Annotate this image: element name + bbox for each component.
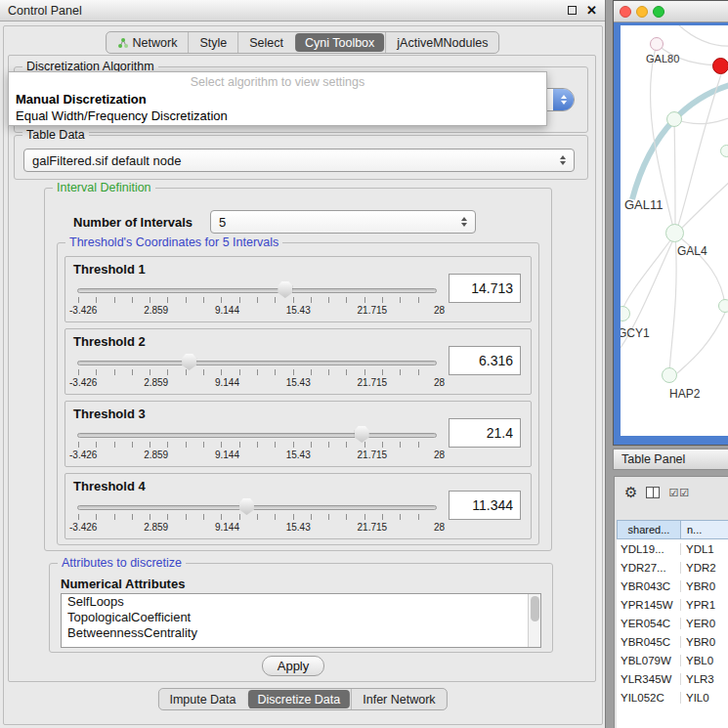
num-intervals-label: Number of Intervals: [73, 215, 193, 230]
columns-icon[interactable]: [646, 487, 660, 498]
slider-thumb[interactable]: [182, 354, 196, 370]
list-scrollbar[interactable]: [528, 594, 540, 647]
desktop: Control Panel ✕ Network Style Select Cyn: [0, 0, 728, 728]
threshold-3-value-field[interactable]: [449, 418, 521, 448]
scale-label: -3.426: [69, 522, 97, 533]
slider-track[interactable]: [77, 361, 437, 365]
column-header[interactable]: n...: [681, 520, 728, 539]
network-icon: [117, 37, 129, 49]
table-row[interactable]: YPR145WYPR1: [617, 595, 728, 614]
table-row[interactable]: YDL19...YDL1: [617, 539, 728, 558]
window-title: Control Panel: [8, 4, 82, 18]
table-row[interactable]: YER054CYER0: [617, 614, 728, 632]
zoom-traffic-light-icon[interactable]: [653, 6, 664, 18]
table-row[interactable]: YIL052CYIL0: [617, 688, 728, 707]
threshold-2-value-field[interactable]: [449, 346, 521, 375]
slider-thumb[interactable]: [278, 281, 292, 298]
scale-label: -3.426: [69, 450, 97, 460]
network-node[interactable]: [650, 37, 664, 51]
table-row[interactable]: YDR27...YDR2: [617, 558, 728, 577]
table-cell: YER054C: [617, 618, 681, 629]
gear-icon[interactable]: ⚙: [624, 484, 637, 501]
popup-option-manual-discretization[interactable]: Manual Discretization: [16, 92, 147, 107]
combo-stepper-icon[interactable]: [556, 150, 570, 171]
close-icon[interactable]: ✕: [586, 3, 597, 18]
table-cell: YBR0: [681, 580, 728, 592]
network-window-titlebar: [614, 1, 728, 22]
slider-track[interactable]: [77, 505, 437, 510]
network-node[interactable]: [662, 367, 677, 383]
slider-scale: -3.426 2.859 9.144 15.43 21.715 28: [69, 450, 445, 460]
threshold-3-slider[interactable]: -3.426 2.859 9.144 15.43 21.715 28: [77, 425, 437, 466]
num-intervals-combo[interactable]: 5: [210, 210, 476, 234]
float-window-icon[interactable]: [568, 6, 577, 15]
scale-label: -3.426: [69, 377, 97, 388]
scale-label: 28: [434, 450, 445, 460]
list-item[interactable]: BetweennessCentrality: [62, 625, 540, 641]
tab-cyni-toolbox[interactable]: Cyni Toolbox: [295, 33, 384, 52]
network-node[interactable]: [718, 299, 728, 313]
tab-impute-data[interactable]: Impute Data: [158, 689, 246, 709]
list-item[interactable]: TopologicalCoefficient: [62, 610, 540, 625]
threshold-2-slider[interactable]: -3.426 2.859 9.144 15.43 21.715 28: [77, 353, 437, 394]
table-cell: YBR045C: [617, 636, 681, 648]
minimize-traffic-light-icon[interactable]: [636, 6, 648, 18]
table-row[interactable]: YBL079WYBL0: [617, 651, 728, 669]
network-node-selected[interactable]: [712, 58, 728, 74]
table-cell: YDL19...: [617, 543, 681, 555]
tab-style[interactable]: Style: [188, 32, 237, 53]
combo-stepper-icon[interactable]: [553, 89, 574, 110]
scale-label: 9.144: [215, 522, 239, 533]
table-cell: YIL0: [681, 692, 728, 704]
threshold-4-slider[interactable]: -3.426 2.859 9.144 15.43 21.715 28: [77, 497, 437, 538]
table-cell: YLR3: [681, 673, 728, 685]
slider-track[interactable]: [77, 288, 437, 293]
combo-stepper-icon[interactable]: [457, 211, 471, 233]
table-data-combo[interactable]: galFiltered.sif default node: [23, 149, 575, 172]
network-node[interactable]: [666, 111, 682, 127]
apply-button[interactable]: Apply: [262, 656, 324, 676]
table-panel-title: Table Panel: [621, 452, 685, 466]
scrollbar-thumb[interactable]: [531, 596, 539, 621]
table-cell: YER0: [681, 618, 728, 629]
table-row[interactable]: YLR345WYLR3: [617, 669, 728, 688]
threshold-1-slider[interactable]: -3.426 2.859 9.144 15.43 21.715 28: [77, 280, 437, 321]
scale-label: 2.859: [144, 450, 168, 460]
close-traffic-light-icon[interactable]: [620, 6, 631, 18]
slider-scale: -3.426 2.859 9.144 15.43 21.715 28: [69, 305, 445, 316]
table-cell: YDR27...: [617, 562, 681, 574]
control-panel-titlebar: Control Panel ✕: [0, 0, 605, 21]
slider-thumb[interactable]: [355, 426, 369, 443]
scale-label: 9.144: [215, 450, 239, 460]
network-node[interactable]: [720, 145, 728, 157]
list-item[interactable]: SelfLoops: [62, 594, 540, 610]
group-title: Interval Definition: [53, 181, 155, 194]
threshold-1-value-field[interactable]: [449, 274, 521, 303]
tab-jactivemnodules[interactable]: jActiveMNodules: [385, 32, 498, 53]
column-header[interactable]: shared...: [617, 520, 681, 539]
table-row[interactable]: YBR045CYBR0: [617, 632, 728, 651]
network-canvas[interactable]: GAL80 GAL11 GAL4 GCY1 HAP2: [621, 25, 728, 436]
node-label: GAL11: [624, 197, 664, 212]
slider-thumb[interactable]: [239, 498, 254, 515]
slider-track[interactable]: [77, 433, 437, 438]
select-columns-icon[interactable]: ☑☑: [668, 487, 690, 499]
table-toolbar: ⚙ ☑☑: [615, 477, 728, 508]
tab-label: Network: [133, 36, 178, 50]
tab-infer-network[interactable]: Infer Network: [351, 689, 446, 709]
scale-label: 9.144: [215, 377, 239, 388]
tab-discretize-data[interactable]: Discretize Data: [248, 690, 351, 708]
threshold-4-value-field[interactable]: [449, 491, 521, 520]
table-row[interactable]: YBR043CYBR0: [617, 577, 728, 595]
threshold-4-box: Threshold 4 -3.426 2.859 9.144 15.43 21.…: [64, 473, 532, 539]
combo-value: galFiltered.sif default node: [32, 153, 181, 168]
threshold-2-box: Threshold 2 -3.426 2.859 9.144 15.43 21.…: [64, 328, 532, 395]
tab-network[interactable]: Network: [107, 32, 189, 53]
slider-ticks: [78, 514, 436, 520]
node-label: GAL80: [646, 53, 679, 64]
network-node[interactable]: [665, 224, 684, 242]
tab-select[interactable]: Select: [237, 32, 294, 53]
top-tab-bar: Network Style Select Cyni Toolbox jActiv…: [106, 31, 500, 54]
tab-label: jActiveMNodules: [397, 36, 488, 50]
popup-option-equal-width-frequency[interactable]: Equal Width/Frequency Discretization: [16, 108, 228, 123]
